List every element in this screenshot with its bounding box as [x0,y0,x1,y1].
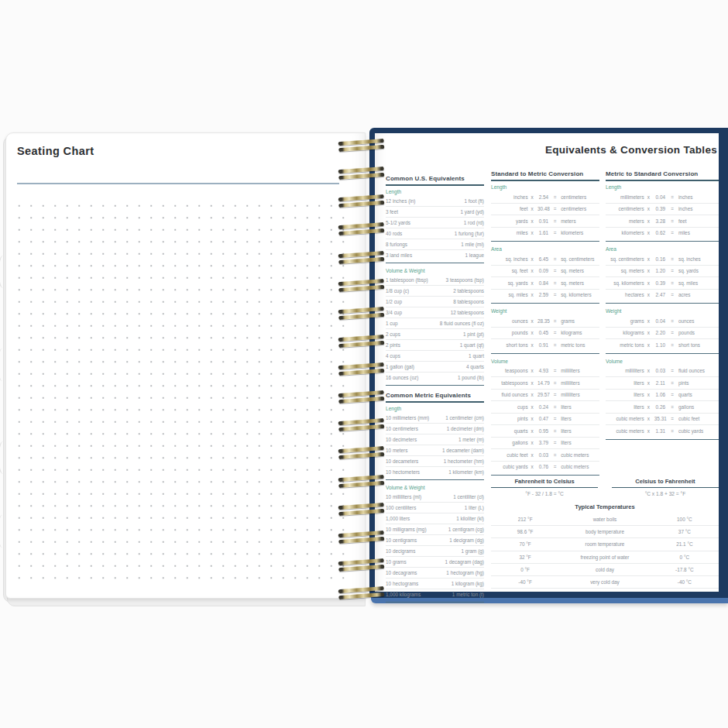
equals-symbol: = [668,428,677,434]
equals-symbol: = [668,218,677,224]
multiply-symbol: x [528,268,537,273]
temperature-row: 98.6 °F body temperature 37 °C [491,526,719,538]
dot-grid [9,195,347,587]
conversion-row: miles x 1.61 = kilometers [491,228,599,239]
spiral-coil [338,474,385,487]
section-volume-weight: Volume & Weight 10 milliliters (ml)1 cen… [386,484,484,603]
section-label: Length [491,184,599,191]
conversion-row: cubic yards x 0.76 = cubic meters [491,462,599,473]
multiply-symbol: x [528,368,537,373]
equals-symbol: = [551,280,559,286]
multiply-symbol: x [528,318,537,324]
equivalent-row: 1/8 cup (c)2 tablespoons [386,286,484,297]
multiply-symbol: x [644,318,654,324]
multiply-symbol: x [528,428,537,434]
equivalent-row: 1 gallon (gal)4 quarts [386,362,484,373]
section-length: Length 12 inches (in)1 foot (ft) 3 feet1… [386,188,484,263]
multiply-symbol: x [528,464,537,469]
metric-to-std-table: Metric to Standard Conversion Length mil… [606,170,719,444]
spiral-coil [338,418,385,431]
conversion-row: metric tons x 1.10 = short tons [606,339,719,351]
conversion-row: kilometers x 0.62 = miles [606,228,719,239]
multiply-symbol: x [528,218,537,224]
equals-symbol: = [551,428,559,434]
table-heading: Celsius to Fahrenheit [612,478,719,488]
equivalent-row: 5-1/2 yards1 rod (rd) [386,218,484,228]
temperature-tables: Fahrenheit to Celsius °F - 32 / 1.8 = °C… [491,478,719,589]
equals-symbol: = [668,206,677,211]
equals-symbol: = [668,404,677,410]
equals-symbol: = [551,268,559,273]
multiply-symbol: x [644,194,654,200]
equals-symbol: = [551,342,559,348]
multiply-symbol: x [528,206,537,211]
section-area: Area sq. inches x 6.45 = sq. centimeters… [491,246,599,304]
fahrenheit-to-celsius: Fahrenheit to Celsius °F - 32 / 1.8 = °C [491,478,598,496]
equivalent-row: 10 hectometers1 kilometer (km) [386,467,484,477]
equals-symbol: = [668,318,677,324]
conversion-formula: °F - 32 / 1.8 = °C [491,491,598,496]
equals-symbol: = [668,330,677,335]
multiply-symbol: x [528,392,537,397]
spiral-coil [338,167,385,180]
conversion-row: grams x 0.04 = ounces [606,315,719,328]
equivalent-row: 100 centiliters1 liter (L) [386,503,484,513]
conversion-row: hectares x 2.47 = acres [606,290,719,301]
temperature-row: 70 °F room temperature 21.1 °C [491,538,719,551]
section-label: Volume [606,358,719,366]
equivalent-row: 12 inches (in)1 foot (ft) [386,196,484,207]
temperature-row: -40 °F very cold day -40 °C [491,576,719,589]
conversion-row: quarts x 0.95 = liters [491,425,599,438]
equals-symbol: = [551,330,559,335]
spiral-coil [338,558,385,572]
spiral-coil [338,335,385,348]
equivalent-row: 4 cups1 quart [386,351,484,362]
spiral-coil [338,194,385,208]
equivalent-row: 10 milligrams (mg)1 centigram (cg) [386,524,484,535]
multiply-symbol: x [528,256,537,262]
conversion-row: kilograms x 2.20 = pounds [606,328,719,340]
spiral-coil [338,531,385,544]
equivalent-row: 1,000 kilograms1 metric ton (t) [386,589,484,599]
equals-symbol: = [668,416,677,421]
section-label: Length [386,405,484,413]
multiply-symbol: x [528,380,537,386]
section-label: Weight [606,307,719,315]
equivalent-row: 1 tablespoon (tbsp)3 teaspoons (tsp) [386,275,484,286]
equivalent-row: 10 milliliters (ml)1 centiliter (cl) [386,492,484,503]
conversion-row: cubic meters x 35.31 = cubic feet [606,414,719,426]
us-equivalents-table: Common U.S. Equivalents Length 12 inches… [386,175,484,606]
table-heading: Standard to Metric Conversion [491,170,599,181]
spiral-binding [338,140,384,598]
equals-symbol: = [551,230,559,235]
multiply-symbol: x [644,218,654,224]
equivalent-row: 10 centigrams1 decigram (dg) [386,535,484,546]
equals-symbol: = [551,368,559,373]
page-title: Equivalents & Conversion Tables [545,144,717,156]
conversion-row: tablespoons x 14.79 = milliliters [491,377,599,390]
multiply-symbol: x [644,280,654,286]
section-label: Length [386,188,484,196]
spiral-coil [338,446,385,459]
section-length: Length millimeters x 0.04 = inches centi… [606,184,719,242]
conversion-row: cubic feet x 0.03 = cubic meters [491,449,599,462]
equivalent-row: 10 decagrams1 hectogram (hg) [386,568,484,579]
equals-symbol: = [551,464,559,469]
equals-symbol: = [551,380,559,386]
temperature-row: 212 °F water boils 100 °C [491,513,719,526]
multiply-symbol: x [644,392,654,397]
conversion-row: liters x 0.26 = gallons [606,401,719,414]
equivalent-row: 8 furlongs1 mile (mi) [386,239,484,250]
spiral-coil [338,503,385,516]
table-heading: Typical Temperatures [491,503,719,510]
section-volume: Volume milliliters x 0.03 = fluid ounces… [606,358,719,440]
multiply-symbol: x [528,330,537,335]
conversion-row: gallons x 3.79 = liters [491,438,599,450]
equivalent-row: 10 hectograms1 kilogram (kg) [386,579,484,589]
conversion-row: centimeters x 0.39 = inches [606,204,719,216]
section-volume: Volume teaspoons x 4.93 = milliliters ta… [491,358,599,476]
equivalent-row: 16 ounces (oz)1 pound (lb) [386,373,484,383]
table-heading: Metric to Standard Conversion [606,170,719,181]
multiply-symbol: x [644,330,654,335]
spiral-coil [338,279,385,292]
